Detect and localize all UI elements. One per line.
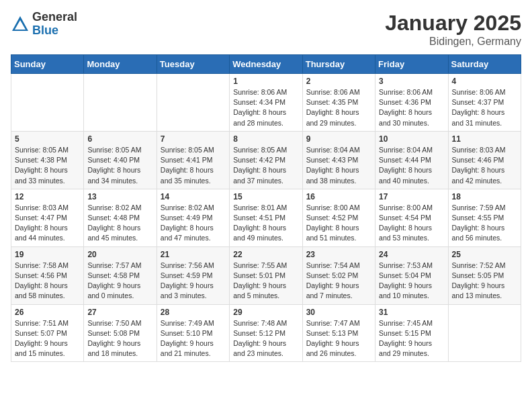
day-info: Sunrise: 7:47 AM Sunset: 5:13 PM Dayligh… bbox=[306, 318, 371, 359]
day-number: 22 bbox=[233, 250, 298, 259]
header-day-sunday: Sunday bbox=[11, 55, 84, 74]
calendar-day-cell: 25Sunrise: 7:52 AM Sunset: 5:05 PM Dayli… bbox=[448, 246, 521, 304]
calendar-day-cell: 1Sunrise: 8:06 AM Sunset: 4:34 PM Daylig… bbox=[230, 74, 302, 132]
day-number: 17 bbox=[379, 192, 444, 201]
calendar-day-cell bbox=[448, 304, 521, 362]
day-number: 16 bbox=[306, 192, 371, 201]
day-number: 11 bbox=[452, 134, 517, 144]
day-info: Sunrise: 8:00 AM Sunset: 4:52 PM Dayligh… bbox=[306, 203, 371, 244]
day-number: 12 bbox=[15, 192, 80, 201]
day-info: Sunrise: 7:52 AM Sunset: 5:05 PM Dayligh… bbox=[452, 261, 517, 302]
day-number: 4 bbox=[452, 77, 517, 86]
logo-general-text: General bbox=[32, 11, 77, 24]
calendar-week-row: 26Sunrise: 7:51 AM Sunset: 5:07 PM Dayli… bbox=[11, 304, 521, 362]
day-number: 18 bbox=[452, 192, 517, 201]
calendar-day-cell: 23Sunrise: 7:54 AM Sunset: 5:02 PM Dayli… bbox=[302, 246, 375, 304]
day-info: Sunrise: 8:04 AM Sunset: 4:43 PM Dayligh… bbox=[306, 145, 371, 186]
calendar-day-cell: 22Sunrise: 7:55 AM Sunset: 5:01 PM Dayli… bbox=[230, 246, 302, 304]
calendar-day-cell: 17Sunrise: 8:00 AM Sunset: 4:54 PM Dayli… bbox=[375, 189, 448, 246]
day-number: 21 bbox=[161, 250, 226, 259]
calendar-day-cell: 15Sunrise: 8:01 AM Sunset: 4:51 PM Dayli… bbox=[230, 189, 302, 246]
day-info: Sunrise: 7:56 AM Sunset: 4:59 PM Dayligh… bbox=[161, 261, 226, 302]
calendar-day-cell: 8Sunrise: 8:05 AM Sunset: 4:42 PM Daylig… bbox=[230, 131, 302, 189]
day-number: 13 bbox=[87, 192, 152, 201]
header-day-tuesday: Tuesday bbox=[157, 55, 229, 74]
calendar-day-cell: 12Sunrise: 8:03 AM Sunset: 4:47 PM Dayli… bbox=[11, 189, 84, 246]
day-number: 20 bbox=[87, 250, 152, 259]
calendar-day-cell: 5Sunrise: 8:05 AM Sunset: 4:38 PM Daylig… bbox=[11, 131, 84, 189]
header-day-saturday: Saturday bbox=[448, 55, 521, 74]
day-number: 26 bbox=[15, 308, 80, 317]
calendar-day-cell bbox=[157, 74, 229, 132]
calendar-day-cell: 21Sunrise: 7:56 AM Sunset: 4:59 PM Dayli… bbox=[157, 246, 229, 304]
calendar-week-row: 1Sunrise: 8:06 AM Sunset: 4:34 PM Daylig… bbox=[11, 74, 521, 132]
calendar-day-cell: 18Sunrise: 7:59 AM Sunset: 4:55 PM Dayli… bbox=[448, 189, 521, 246]
day-number: 14 bbox=[161, 192, 226, 201]
calendar-week-row: 12Sunrise: 8:03 AM Sunset: 4:47 PM Dayli… bbox=[11, 189, 521, 246]
header-day-monday: Monday bbox=[84, 55, 157, 74]
day-info: Sunrise: 7:54 AM Sunset: 5:02 PM Dayligh… bbox=[306, 261, 371, 302]
day-info: Sunrise: 8:05 AM Sunset: 4:38 PM Dayligh… bbox=[15, 145, 80, 186]
day-number: 10 bbox=[379, 134, 444, 144]
logo-icon bbox=[11, 15, 30, 34]
logo-blue-text: Blue bbox=[32, 24, 77, 38]
day-info: Sunrise: 8:06 AM Sunset: 4:34 PM Dayligh… bbox=[233, 87, 298, 128]
day-number: 2 bbox=[306, 77, 371, 86]
calendar-day-cell: 3Sunrise: 8:06 AM Sunset: 4:36 PM Daylig… bbox=[375, 74, 448, 132]
day-info: Sunrise: 8:06 AM Sunset: 4:35 PM Dayligh… bbox=[306, 87, 371, 128]
calendar-day-cell: 20Sunrise: 7:57 AM Sunset: 4:58 PM Dayli… bbox=[84, 246, 157, 304]
day-number: 8 bbox=[233, 134, 298, 144]
day-info: Sunrise: 7:45 AM Sunset: 5:15 PM Dayligh… bbox=[379, 318, 444, 359]
main-title: January 2025 bbox=[385, 11, 521, 36]
calendar-day-cell: 26Sunrise: 7:51 AM Sunset: 5:07 PM Dayli… bbox=[11, 304, 84, 362]
day-info: Sunrise: 8:01 AM Sunset: 4:51 PM Dayligh… bbox=[233, 203, 298, 244]
calendar-day-cell: 10Sunrise: 8:04 AM Sunset: 4:44 PM Dayli… bbox=[375, 131, 448, 189]
day-number: 30 bbox=[306, 308, 371, 317]
day-number: 5 bbox=[15, 134, 80, 144]
subtitle: Bidingen, Germany bbox=[385, 36, 521, 48]
day-info: Sunrise: 7:51 AM Sunset: 5:07 PM Dayligh… bbox=[15, 318, 80, 359]
calendar-day-cell bbox=[11, 74, 84, 132]
calendar-day-cell: 31Sunrise: 7:45 AM Sunset: 5:15 PM Dayli… bbox=[375, 304, 448, 362]
day-info: Sunrise: 8:00 AM Sunset: 4:54 PM Dayligh… bbox=[379, 203, 444, 244]
day-number: 19 bbox=[15, 250, 80, 259]
day-info: Sunrise: 8:02 AM Sunset: 4:49 PM Dayligh… bbox=[161, 203, 226, 244]
day-number: 31 bbox=[379, 308, 444, 317]
day-number: 1 bbox=[233, 77, 298, 86]
day-number: 7 bbox=[161, 134, 226, 144]
calendar-day-cell: 7Sunrise: 8:05 AM Sunset: 4:41 PM Daylig… bbox=[157, 131, 229, 189]
calendar-day-cell bbox=[84, 74, 157, 132]
title-block: January 2025 Bidingen, Germany bbox=[385, 11, 521, 48]
day-number: 28 bbox=[161, 308, 226, 317]
day-info: Sunrise: 8:02 AM Sunset: 4:48 PM Dayligh… bbox=[87, 203, 152, 244]
day-number: 9 bbox=[306, 134, 371, 144]
page-header: General Blue January 2025 Bidingen, Germ… bbox=[11, 11, 521, 48]
day-info: Sunrise: 7:59 AM Sunset: 4:55 PM Dayligh… bbox=[452, 203, 517, 244]
day-info: Sunrise: 7:55 AM Sunset: 5:01 PM Dayligh… bbox=[233, 261, 298, 302]
day-number: 29 bbox=[233, 308, 298, 317]
calendar-table: SundayMondayTuesdayWednesdayThursdayFrid… bbox=[11, 54, 521, 362]
calendar-day-cell: 29Sunrise: 7:48 AM Sunset: 5:12 PM Dayli… bbox=[230, 304, 302, 362]
day-info: Sunrise: 8:05 AM Sunset: 4:41 PM Dayligh… bbox=[161, 145, 226, 186]
calendar-day-cell: 14Sunrise: 8:02 AM Sunset: 4:49 PM Dayli… bbox=[157, 189, 229, 246]
day-number: 27 bbox=[87, 308, 152, 317]
calendar-day-cell: 24Sunrise: 7:53 AM Sunset: 5:04 PM Dayli… bbox=[375, 246, 448, 304]
day-number: 6 bbox=[87, 134, 152, 144]
calendar-week-row: 5Sunrise: 8:05 AM Sunset: 4:38 PM Daylig… bbox=[11, 131, 521, 189]
day-info: Sunrise: 7:53 AM Sunset: 5:04 PM Dayligh… bbox=[379, 261, 444, 302]
day-info: Sunrise: 8:03 AM Sunset: 4:46 PM Dayligh… bbox=[452, 145, 517, 186]
calendar-day-cell: 19Sunrise: 7:58 AM Sunset: 4:56 PM Dayli… bbox=[11, 246, 84, 304]
day-number: 24 bbox=[379, 250, 444, 259]
day-info: Sunrise: 7:48 AM Sunset: 5:12 PM Dayligh… bbox=[233, 318, 298, 359]
day-info: Sunrise: 7:58 AM Sunset: 4:56 PM Dayligh… bbox=[15, 261, 80, 302]
calendar-header-row: SundayMondayTuesdayWednesdayThursdayFrid… bbox=[11, 55, 521, 74]
day-info: Sunrise: 7:50 AM Sunset: 5:08 PM Dayligh… bbox=[87, 318, 152, 359]
calendar-day-cell: 11Sunrise: 8:03 AM Sunset: 4:46 PM Dayli… bbox=[448, 131, 521, 189]
day-info: Sunrise: 8:06 AM Sunset: 4:36 PM Dayligh… bbox=[379, 87, 444, 128]
day-number: 23 bbox=[306, 250, 371, 259]
calendar-week-row: 19Sunrise: 7:58 AM Sunset: 4:56 PM Dayli… bbox=[11, 246, 521, 304]
calendar-day-cell: 16Sunrise: 8:00 AM Sunset: 4:52 PM Dayli… bbox=[302, 189, 375, 246]
day-number: 25 bbox=[452, 250, 517, 259]
day-info: Sunrise: 8:04 AM Sunset: 4:44 PM Dayligh… bbox=[379, 145, 444, 186]
calendar-day-cell: 27Sunrise: 7:50 AM Sunset: 5:08 PM Dayli… bbox=[84, 304, 157, 362]
